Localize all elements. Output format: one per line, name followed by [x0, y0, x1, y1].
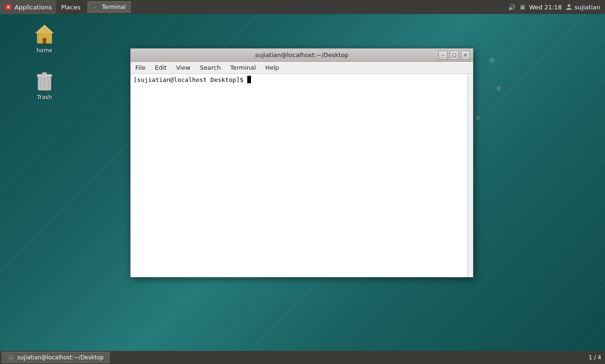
volume-icon[interactable]: 🔊 [508, 4, 516, 11]
user-menu[interactable]: sujiatian [566, 4, 600, 11]
desktop-icon-trash[interactable]: Trash [26, 68, 63, 102]
terminal-taskbar-icon: >_ [93, 4, 99, 10]
home-folder-icon [33, 23, 56, 45]
trash-icon-label: Trash [37, 94, 52, 101]
desktop: Applications Places >_ Terminal 🔊 🖥 Wed … [0, 0, 605, 364]
svg-rect-15 [42, 73, 47, 75]
menu-view[interactable]: View [171, 62, 195, 74]
menu-edit[interactable]: Edit [150, 62, 171, 74]
terminal-titlebar: sujiatian@localhost:~/Desktop – □ × [131, 49, 473, 62]
terminal-menubar: File Edit View Search Terminal Help [131, 62, 473, 74]
panel-left: Applications Places >_ Terminal [0, 0, 508, 14]
applications-label: Applications [15, 4, 52, 11]
user-icon [566, 4, 572, 10]
svg-text:>_: >_ [94, 5, 99, 10]
workspace-pager: 1 / 4 [589, 354, 601, 361]
terminal-scrollbar[interactable] [467, 74, 473, 277]
home-icon-label: home [37, 47, 52, 54]
applications-menu[interactable]: Applications [0, 0, 56, 14]
terminal-cursor [247, 76, 251, 83]
places-menu[interactable]: Places [56, 0, 85, 14]
svg-text:>_: >_ [9, 356, 14, 360]
terminal-prompt: [sujiatian@localhost Desktop]$ [133, 76, 247, 83]
desktop-icon-home[interactable]: home [26, 21, 63, 56]
applications-icon [5, 3, 12, 11]
trash-icon [33, 70, 56, 92]
bottom-taskbar: >_ sujiatian@localhost:~/Desktop 1 / 4 [0, 351, 605, 364]
terminal-taskbar-label: Terminal [102, 4, 126, 10]
svg-point-5 [568, 4, 570, 7]
minimize-button[interactable]: – [438, 51, 448, 60]
display-icon[interactable]: 🖥 [519, 4, 525, 11]
menu-terminal[interactable]: Terminal [225, 62, 260, 74]
terminal-title: sujiatian@localhost:~/Desktop [134, 51, 469, 58]
menu-help[interactable]: Help [260, 62, 284, 74]
close-button[interactable]: × [461, 51, 470, 60]
top-panel: Applications Places >_ Terminal 🔊 🖥 Wed … [0, 0, 605, 14]
panel-right: 🔊 🖥 Wed 21:18 sujiatian [508, 4, 605, 11]
svg-rect-11 [43, 38, 46, 44]
maximize-button[interactable]: □ [450, 51, 459, 60]
username-label: sujiatian [575, 4, 600, 11]
datetime: Wed 21:18 [529, 4, 562, 11]
terminal-window: sujiatian@localhost:~/Desktop – □ × File… [130, 48, 473, 277]
places-label: Places [61, 4, 80, 11]
menu-search[interactable]: Search [195, 62, 226, 74]
taskbar-terminal-button[interactable]: >_ sujiatian@localhost:~/Desktop [2, 352, 110, 363]
terminal-taskbar-button[interactable]: >_ Terminal [88, 1, 131, 13]
window-controls: – □ × [438, 51, 470, 60]
taskbar-terminal-label: sujiatian@localhost:~/Desktop [17, 354, 103, 361]
terminal-content: [sujiatian@localhost Desktop]$ [133, 76, 470, 83]
taskbar-terminal-icon: >_ [8, 354, 15, 361]
terminal-body[interactable]: [sujiatian@localhost Desktop]$ [131, 74, 473, 277]
svg-point-2 [7, 6, 9, 8]
menu-file[interactable]: File [131, 62, 150, 74]
